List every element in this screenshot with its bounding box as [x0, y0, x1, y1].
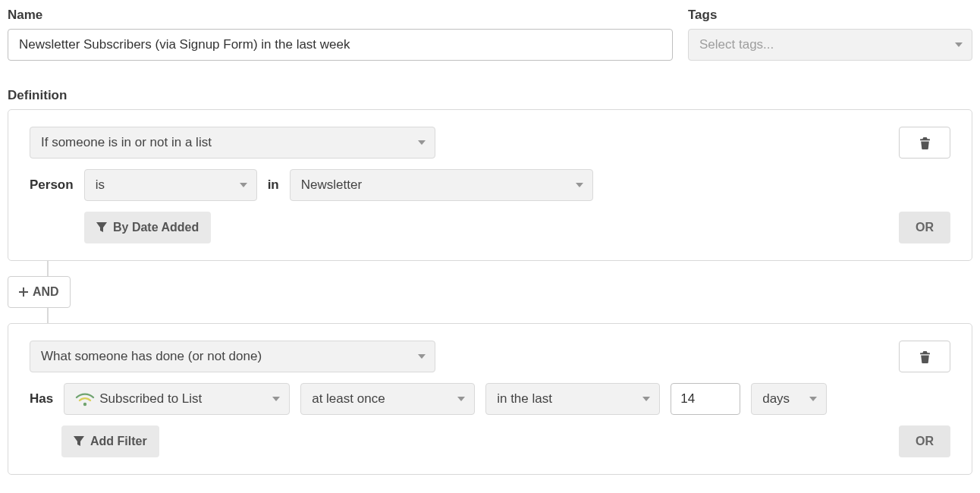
chevron-down-icon: [457, 397, 465, 401]
frequency-select-value: at least once: [312, 391, 385, 407]
or-button[interactable]: OR: [899, 212, 950, 243]
event-select-value: Subscribed to List: [99, 391, 265, 407]
unit-select-value: days: [762, 391, 790, 407]
chevron-down-icon: [418, 354, 426, 359]
is-select-value: is: [96, 177, 105, 193]
name-input[interactable]: [8, 29, 673, 61]
person-label: Person: [30, 177, 74, 193]
and-connector: AND: [8, 261, 972, 323]
chevron-down-icon: [272, 397, 280, 401]
rule-type-select-2[interactable]: What someone has done (or not done): [30, 341, 435, 372]
rule-card-2: What someone has done (or not done) Has …: [8, 323, 972, 475]
tags-select[interactable]: Select tags...: [688, 29, 972, 61]
add-filter-label: Add Filter: [90, 435, 147, 448]
chevron-down-icon: [955, 42, 963, 47]
event-select[interactable]: Subscribed to List: [64, 383, 290, 415]
and-button[interactable]: AND: [8, 276, 71, 308]
name-label: Name: [8, 8, 673, 23]
is-select[interactable]: is: [84, 169, 257, 201]
by-date-added-label: By Date Added: [113, 221, 199, 234]
rule-type-value-2: What someone has done (or not done): [41, 349, 262, 364]
by-date-added-button[interactable]: By Date Added: [84, 212, 211, 243]
plus-icon: [19, 287, 28, 297]
trash-icon: [919, 350, 931, 363]
chevron-down-icon: [642, 397, 650, 401]
svg-point-2: [83, 403, 86, 406]
tags-label: Tags: [688, 8, 972, 23]
chevron-down-icon: [809, 397, 817, 401]
definition-label: Definition: [8, 88, 972, 103]
delete-rule-button-2[interactable]: [899, 341, 950, 372]
chevron-down-icon: [576, 183, 583, 187]
window-select-value: in the last: [497, 391, 552, 407]
trash-icon: [919, 137, 931, 149]
in-label: in: [268, 177, 279, 193]
and-label: AND: [33, 285, 59, 299]
chevron-down-icon: [418, 140, 426, 145]
chevron-down-icon: [240, 183, 247, 187]
has-label: Has: [30, 391, 53, 407]
rule-type-select[interactable]: If someone is in or not in a list: [30, 127, 435, 159]
add-filter-button[interactable]: Add Filter: [61, 425, 159, 457]
list-select[interactable]: Newsletter: [290, 169, 593, 201]
frequency-select[interactable]: at least once: [300, 383, 475, 415]
delete-rule-button[interactable]: [899, 127, 950, 159]
filter-icon: [96, 222, 107, 233]
filter-icon: [74, 436, 84, 447]
tags-placeholder: Select tags...: [699, 37, 774, 52]
subscribe-icon: [75, 391, 95, 407]
window-select[interactable]: in the last: [485, 383, 660, 415]
unit-select[interactable]: days: [751, 383, 827, 415]
or-button-2[interactable]: OR: [899, 425, 950, 457]
window-value-input[interactable]: [671, 383, 740, 415]
svg-rect-1: [19, 291, 28, 293]
rule-card-1: If someone is in or not in a list Person…: [8, 109, 972, 261]
rule-type-value: If someone is in or not in a list: [41, 135, 212, 150]
list-select-value: Newsletter: [301, 177, 362, 193]
